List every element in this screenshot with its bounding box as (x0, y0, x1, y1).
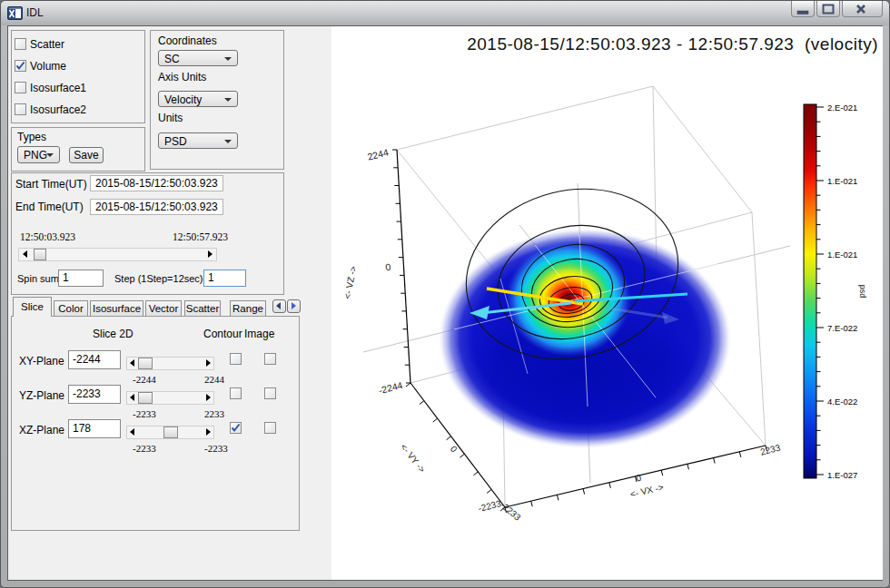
svg-text:<- VY ->: <- VY -> (399, 442, 428, 475)
svg-text:1.E-021: 1.E-021 (827, 250, 857, 260)
svg-text:2.E-021: 2.E-021 (827, 103, 857, 113)
svg-text:0: 0 (449, 444, 460, 455)
svg-text:4.E-022: 4.E-022 (827, 397, 857, 407)
svg-text:0: 0 (385, 261, 392, 273)
svg-text:<- VX ->: <- VX -> (629, 482, 665, 499)
svg-text:-2244: -2244 (378, 379, 404, 396)
svg-text:2244: 2244 (366, 146, 390, 162)
svg-text:2233: 2233 (759, 442, 782, 456)
svg-text:7.E-022: 7.E-022 (827, 323, 857, 333)
svg-text:<- VZ ->: <- VZ -> (342, 265, 359, 299)
svg-text:0: 0 (635, 473, 642, 484)
svg-text:1.E-027: 1.E-027 (827, 470, 857, 480)
svg-text:2015-08-15/12:50:03.923 - 12:5: 2015-08-15/12:50:03.923 - 12:50:57.923 (… (467, 34, 878, 54)
svg-text:psd: psd (858, 285, 867, 299)
svg-text:1.E-021: 1.E-021 (827, 176, 857, 186)
